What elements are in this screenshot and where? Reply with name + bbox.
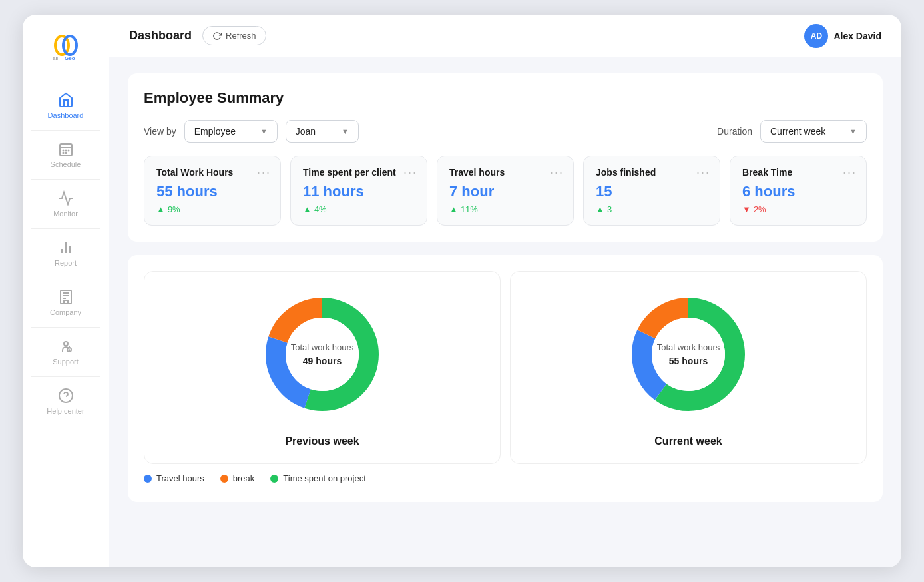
- stat-change-3: ▲ 3: [596, 204, 708, 214]
- app-container: all Geo Dashboard: [23, 15, 901, 567]
- sidebar-item-report-label: Report: [55, 259, 77, 267]
- chart-current-week: Total work hours55 hours Current week: [510, 271, 867, 464]
- view-by-chevron: ▼: [260, 127, 268, 135]
- stat-card-4: ··· Break Time 6 hours ▼ 2%: [730, 156, 867, 226]
- view-by-label: View by: [144, 126, 176, 137]
- sidebar-item-help-label: Help center: [47, 407, 84, 415]
- sidebar-divider-2: [31, 179, 100, 180]
- view-by-value: Employee: [194, 126, 236, 137]
- sidebar-item-help[interactable]: Help center: [23, 380, 109, 423]
- legend-dot-break: [220, 475, 228, 483]
- stat-menu-0[interactable]: ···: [257, 166, 271, 180]
- stat-menu-3[interactable]: ···: [696, 166, 710, 180]
- header: Dashboard Refresh AD Alex David: [109, 15, 901, 57]
- legend-dot-project: [270, 475, 278, 483]
- stat-value-0: 55 hours: [156, 183, 268, 200]
- stat-change-2: ▲ 11%: [449, 204, 561, 214]
- stat-menu-4[interactable]: ···: [843, 166, 857, 180]
- charts-row: Total work hours49 hours Previous week: [144, 271, 867, 464]
- duration-label: Duration: [717, 126, 752, 137]
- donut-previous: Total work hours49 hours: [256, 288, 389, 421]
- donut-center-previous: Total work hours49 hours: [291, 341, 354, 368]
- legend-item-break: break: [220, 473, 255, 483]
- stat-arrow-2: ▲: [449, 204, 458, 214]
- chart-label-previous: Previous week: [285, 436, 359, 447]
- sidebar-divider-4: [31, 278, 100, 278]
- stat-change-text-2: 11%: [461, 204, 478, 214]
- sidebar-divider-3: [31, 228, 100, 229]
- stat-arrow-3: ▲: [596, 204, 604, 214]
- stat-card-0: ··· Total Work Hours 55 hours ▲ 9%: [144, 156, 281, 226]
- svg-text:Geo: Geo: [65, 55, 75, 61]
- employee-select[interactable]: Joan ▼: [286, 120, 359, 143]
- svg-rect-20: [64, 300, 68, 304]
- donut-center-current-value: 55 hours: [657, 354, 720, 368]
- stat-title-0: Total Work Hours: [156, 167, 268, 178]
- stat-change-text-0: 9%: [168, 204, 180, 214]
- filters-right: Duration Current week ▼: [717, 120, 867, 143]
- user-badge: AD Alex David: [804, 24, 881, 48]
- sidebar: all Geo Dashboard: [23, 15, 109, 567]
- filters-row: View by Employee ▼ Joan ▼ Duration Curre…: [144, 120, 867, 143]
- sidebar-divider-5: [31, 327, 100, 328]
- sidebar-divider-6: [31, 376, 100, 377]
- stat-menu-1[interactable]: ···: [403, 166, 417, 180]
- donut-center-previous-value: 49 hours: [291, 354, 354, 368]
- sidebar-item-monitor[interactable]: Monitor: [23, 182, 109, 226]
- sidebar-divider-1: [31, 130, 100, 131]
- legend-item-travel: Travel hours: [144, 473, 204, 483]
- avatar: AD: [804, 24, 828, 48]
- view-by-select[interactable]: Employee ▼: [184, 120, 278, 143]
- header-left: Dashboard Refresh: [129, 26, 266, 45]
- duration-value: Current week: [770, 126, 825, 137]
- sidebar-item-monitor-label: Monitor: [53, 210, 78, 218]
- employee-value: Joan: [296, 126, 316, 137]
- stat-title-4: Break Time: [742, 167, 854, 178]
- sidebar-item-dashboard[interactable]: Dashboard: [23, 84, 109, 127]
- sidebar-item-report[interactable]: Report: [23, 232, 109, 275]
- section-title: Employee Summary: [144, 89, 867, 107]
- donut-center-current: Total work hours55 hours: [657, 341, 720, 368]
- stat-change-text-1: 4%: [314, 204, 327, 214]
- stat-value-2: 7 hour: [449, 183, 561, 200]
- sidebar-item-support-label: Support: [53, 358, 79, 366]
- stat-change-text-3: 3: [607, 204, 612, 214]
- stat-value-1: 11 hours: [303, 183, 415, 200]
- stat-arrow-4: ▼: [742, 204, 751, 214]
- stat-change-text-4: 2%: [754, 204, 766, 214]
- stats-row: ··· Total Work Hours 55 hours ▲ 9% ··· T…: [144, 156, 867, 226]
- sidebar-item-company-label: Company: [50, 308, 81, 316]
- stat-title-2: Travel hours: [449, 167, 561, 178]
- legend-row: Travel hours break Time spent on project: [144, 464, 867, 486]
- sidebar-item-support[interactable]: Support: [23, 330, 109, 374]
- legend-label-break: break: [233, 473, 255, 483]
- sidebar-item-schedule-label: Schedule: [51, 160, 81, 168]
- summary-section: Employee Summary View by Employee ▼ Joan…: [128, 73, 883, 242]
- svg-point-21: [64, 342, 68, 346]
- chart-previous-week: Total work hours49 hours Previous week: [144, 271, 501, 464]
- stat-change-4: ▼ 2%: [742, 204, 854, 214]
- stat-card-2: ··· Travel hours 7 hour ▲ 11%: [437, 156, 574, 226]
- refresh-button[interactable]: Refresh: [202, 26, 266, 45]
- stat-arrow-0: ▲: [156, 204, 165, 214]
- stat-arrow-1: ▲: [303, 204, 312, 214]
- sidebar-item-company[interactable]: Company: [23, 281, 109, 324]
- chart-label-current: Current week: [654, 436, 722, 447]
- stat-value-3: 15: [596, 183, 708, 200]
- logo: all Geo: [49, 28, 83, 65]
- stat-card-3: ··· Jobs finished 15 ▲ 3: [583, 156, 720, 226]
- duration-chevron: ▼: [849, 127, 857, 135]
- sidebar-item-schedule[interactable]: Schedule: [23, 133, 109, 176]
- stat-title-1: Time spent per client: [303, 167, 415, 178]
- page-title: Dashboard: [129, 29, 192, 43]
- refresh-label: Refresh: [226, 31, 256, 41]
- legend-label-travel: Travel hours: [156, 473, 204, 483]
- stat-value-4: 6 hours: [742, 183, 854, 200]
- main-content: Dashboard Refresh AD Alex David Employee…: [109, 15, 901, 567]
- svg-text:all: all: [53, 55, 58, 61]
- stat-change-0: ▲ 9%: [156, 204, 268, 214]
- sidebar-item-dashboard-label: Dashboard: [48, 111, 84, 119]
- stat-menu-2[interactable]: ···: [550, 166, 564, 180]
- legend-label-project: Time spent on project: [283, 473, 366, 483]
- duration-select[interactable]: Current week ▼: [760, 120, 867, 143]
